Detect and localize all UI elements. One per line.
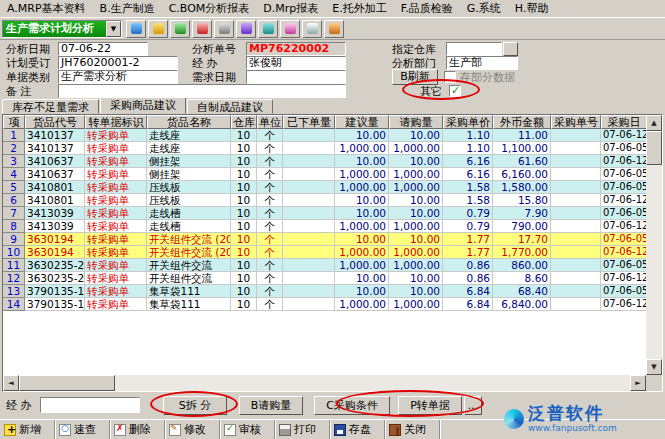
- table-cell: 10: [231, 155, 257, 168]
- demand-date-input[interactable]: [246, 70, 346, 84]
- table-row[interactable]: 43410637转采购单侧挂架10个1,000.001,000.006.166,…: [3, 168, 647, 181]
- request-qty-button[interactable]: B请购量: [239, 396, 303, 415]
- scroll-down-icon[interactable]: ▼: [646, 359, 662, 375]
- table-row[interactable]: 93630194转采购单开关组件交流 (2010个10.0010.001.771…: [3, 233, 647, 246]
- menu-item[interactable]: A.MRP基本资料: [0, 0, 93, 18]
- handler-input[interactable]: 张俊朝: [246, 56, 346, 70]
- table-row[interactable]: 83413039转采购单走线槽10个1,000.001,000.000.7979…: [3, 220, 647, 233]
- copy-icon[interactable]: [214, 20, 234, 38]
- column-header[interactable]: 采购日: [601, 115, 647, 129]
- warehouse-input[interactable]: [446, 42, 502, 56]
- chart-icon[interactable]: [280, 20, 300, 38]
- column-header[interactable]: 采购单号: [551, 115, 601, 129]
- column-header[interactable]: 采购单价: [443, 115, 493, 129]
- table-row[interactable]: 53410801转采购单压线板10个1,000.001,000.001.581,…: [3, 181, 647, 194]
- split-button[interactable]: S拆 分: [163, 396, 227, 415]
- chevron-down-icon[interactable]: ▼: [106, 21, 121, 37]
- column-header[interactable]: 项: [3, 115, 25, 129]
- filter-icon[interactable]: [258, 20, 278, 38]
- column-header[interactable]: 转单据标识: [85, 115, 147, 129]
- statusbar-item[interactable]: 修改: [165, 420, 220, 439]
- table-cell: 11: [3, 259, 25, 272]
- table-cell: 个: [257, 168, 283, 181]
- table-row[interactable]: 63410801转采购单压线板10个10.0010.001.5815.8007-…: [3, 194, 647, 207]
- analysis-date-input[interactable]: 07-06-22: [58, 42, 148, 56]
- table-cell: 转采购单: [85, 155, 147, 168]
- statusbar-item[interactable]: 删除: [110, 420, 165, 439]
- other-checkbox[interactable]: [449, 85, 461, 97]
- menu-item[interactable]: B.生产制造: [93, 0, 162, 18]
- doc-type-selector[interactable]: 生产需求计划分析 ▼: [2, 20, 122, 38]
- table-cell: 转采购单: [85, 272, 147, 285]
- export-icon[interactable]: [324, 20, 344, 38]
- statusbar-label: 打印: [294, 422, 316, 437]
- column-header[interactable]: 货品代号: [25, 115, 85, 129]
- toolbar-icons: [126, 20, 344, 38]
- preview-icon[interactable]: [302, 20, 322, 38]
- department-input[interactable]: 生产部: [446, 56, 518, 70]
- hscroll-thumb[interactable]: [19, 375, 115, 391]
- menu-item[interactable]: H.帮助: [508, 0, 556, 18]
- table-row[interactable]: 73413039转采购单走线槽10个10.0010.000.797.9007-0…: [3, 207, 647, 220]
- column-header[interactable]: 建议量: [335, 115, 389, 129]
- partial-checkbox[interactable]: [444, 71, 456, 83]
- scroll-up-icon[interactable]: ▲: [646, 115, 662, 131]
- transfer-doc-button[interactable]: P转单据: [398, 396, 462, 415]
- statusbar-item[interactable]: 存盘: [330, 420, 385, 439]
- table-row[interactable]: 103630194转采购单开关组件交流 (2010个1,000.001,000.…: [3, 246, 647, 259]
- refresh-button[interactable]: B刷新: [392, 69, 438, 85]
- scroll-left-icon[interactable]: ◄: [3, 375, 19, 391]
- plan-order-input[interactable]: JH76020001-2: [58, 56, 178, 70]
- menu-item[interactable]: E.托外加工: [325, 0, 393, 18]
- more-button[interactable]: ...: [464, 396, 482, 415]
- table-cell: 1.10: [443, 142, 493, 155]
- close-icon: [389, 424, 401, 436]
- table-row[interactable]: 113630235-2转采购单开关组件交流10个1,000.001,000.00…: [3, 259, 647, 272]
- statusbar-item[interactable]: 新增: [0, 420, 55, 439]
- table-cell: [551, 181, 601, 194]
- sum-icon[interactable]: [236, 20, 256, 38]
- column-header[interactable]: 货品名称: [147, 115, 231, 129]
- table-cell: 集草袋111: [147, 285, 231, 298]
- table-row[interactable]: 33410637转采购单侧挂架10个10.0010.006.1661.6007-…: [3, 155, 647, 168]
- column-header[interactable]: 请购量: [389, 115, 443, 129]
- vscroll-thumb[interactable]: [646, 131, 662, 165]
- horizontal-scrollbar[interactable]: ◄ ►: [3, 375, 646, 391]
- table-row[interactable]: 23410137转采购单走线座10个1,000.001,000.001.101,…: [3, 142, 647, 155]
- table-cell: 3: [3, 155, 25, 168]
- footer-handler-input[interactable]: [40, 397, 140, 413]
- table-row[interactable]: 143790135-1转采购单集草袋11110个1,000.001,000.00…: [3, 298, 647, 311]
- vertical-scrollbar[interactable]: ▲ ▼: [646, 115, 662, 375]
- tab-1[interactable]: 库存不足量需求: [2, 99, 99, 114]
- table-row[interactable]: 123630235-2转采购单开关组件交流10个10.0010.000.868.…: [3, 272, 647, 285]
- brand-name: 泛普软件: [528, 405, 617, 422]
- column-header[interactable]: 单位: [257, 115, 283, 129]
- menu-item[interactable]: F.品质检验: [394, 0, 460, 18]
- statusbar-item[interactable]: 审核: [220, 420, 275, 439]
- grid-icon[interactable]: [126, 20, 146, 38]
- menu-item[interactable]: C.BOM分析报表: [162, 0, 257, 18]
- table-row[interactable]: 13410137转采购单走线座10个10.0010.001.1011.0007-…: [3, 129, 647, 142]
- doc-type-input[interactable]: 生产需求分析: [58, 70, 178, 84]
- statusbar-item[interactable]: 打印: [275, 420, 330, 439]
- statusbar-item[interactable]: 关闭: [385, 420, 440, 439]
- tab-2[interactable]: 采购商品建议: [100, 97, 186, 114]
- table-cell: [283, 246, 335, 259]
- column-header[interactable]: 仓库: [231, 115, 257, 129]
- tab-3[interactable]: 自制成品建议: [187, 99, 273, 114]
- table-cell: 10.00: [335, 233, 389, 246]
- statusbar-item[interactable]: 速查: [55, 420, 110, 439]
- warehouse-lookup-button[interactable]: [503, 42, 518, 56]
- purchase-condition-button[interactable]: C采购条件: [314, 396, 390, 415]
- remark-input[interactable]: [58, 84, 346, 98]
- scroll-right-icon[interactable]: ►: [630, 375, 646, 391]
- refresh-icon[interactable]: [170, 20, 190, 38]
- table-row[interactable]: 133790135-1转采购单集草袋11110个10.0010.006.8468…: [3, 285, 647, 298]
- column-header[interactable]: 已下单量: [283, 115, 335, 129]
- column-header[interactable]: 外币金额: [493, 115, 551, 129]
- menu-item[interactable]: D.Mrp报表: [256, 0, 325, 18]
- menu-item[interactable]: G.系统: [460, 0, 508, 18]
- table-cell: [551, 168, 601, 181]
- delete-icon[interactable]: [192, 20, 212, 38]
- calculator-icon[interactable]: [148, 20, 168, 38]
